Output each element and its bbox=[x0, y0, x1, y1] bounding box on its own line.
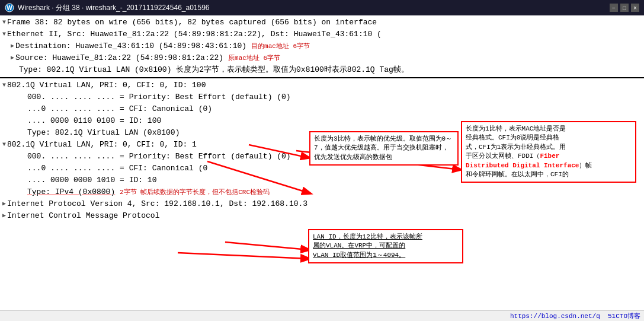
packet-line-line6[interactable]: ▼802.1Q Virtual LAN, PRI: 0, CFI: 0, ID:… bbox=[0, 80, 644, 91]
status-url: https://blog.csdn.net/q bbox=[510, 313, 600, 320]
svg-line-6 bbox=[178, 253, 309, 259]
annotation-text: 目的mac地址 6字节 bbox=[251, 43, 310, 50]
line-text: Internet Control Message Protocol bbox=[7, 211, 159, 221]
underline-annotation: 2字节 帧后续数据的字节长度，但不包括CRC检验码 bbox=[120, 189, 270, 196]
svg-line-5 bbox=[225, 242, 309, 250]
expand-icon[interactable]: ▼ bbox=[2, 80, 6, 91]
line-text: ...0 .... .... .... = CFI: Canonical (0) bbox=[27, 104, 212, 115]
status-watermark: 51CTO博客 bbox=[608, 312, 640, 320]
annotation-box-cfi: 长度为1比特，表示MAC地址是否是经典格式。CFI为0说明是经典格式，CFI为1… bbox=[461, 121, 636, 183]
wireshark-icon: W bbox=[5, 3, 14, 12]
titlebar-controls[interactable]: − □ × bbox=[610, 4, 639, 12]
titlebar-left: W Wireshark · 分组 38 · wireshark_-_201711… bbox=[5, 3, 210, 13]
expand-icon[interactable]: ▶ bbox=[2, 211, 6, 221]
close-button[interactable]: × bbox=[631, 4, 639, 12]
line-text: .... 0000 0110 0100 = ID: 100 bbox=[27, 116, 161, 126]
expand-icon[interactable]: ▼ bbox=[2, 29, 6, 40]
fddi-text: FiberDistributed Digital Interface bbox=[466, 152, 579, 169]
statusbar: https://blog.csdn.net/q 51CTO博客 bbox=[0, 310, 644, 321]
minimize-button[interactable]: − bbox=[610, 4, 618, 12]
line-text: Type: IPv4 (0x0800) 2字节 帧后续数据的字节长度，但不包括C… bbox=[27, 187, 270, 198]
annotation-box-priority: 长度为3比特，表示帧的优先级。取值范围为0～7，值越大优先级越高。用于当交换机阻… bbox=[309, 131, 459, 166]
line-text: Frame 38: 82 bytes on wire (656 bits), 8… bbox=[7, 17, 377, 28]
packet-line-line5[interactable]: Type: 802.1Q Virtual LAN (0x8100) 长度为2字节… bbox=[0, 64, 644, 76]
expand-icon[interactable]: ▼ bbox=[2, 139, 6, 150]
annotation-box-vlanid: LAN ID，长度为12比特，表示该帧所属的VLAN。在VRP中，可配置的VLA… bbox=[308, 229, 463, 263]
packet-line-line8[interactable]: ...0 .... .... .... = CFI: Canonical (0) bbox=[0, 103, 644, 115]
line-text: Internet Protocol Version 4, Src: 192.16… bbox=[7, 199, 307, 209]
underline-text: Type: IPv4 (0x0800) bbox=[27, 187, 115, 196]
packet-line-line16[interactable]: ▶Internet Protocol Version 4, Src: 192.1… bbox=[0, 198, 644, 210]
line-text: 000. .... .... .... = Priority: Best Eff… bbox=[27, 151, 291, 162]
line-text: Type: 802.1Q Virtual LAN (0x8100) bbox=[27, 128, 180, 138]
line-text: 000. .... .... .... = Priority: Best Eff… bbox=[27, 92, 291, 103]
expand-icon[interactable]: ▶ bbox=[2, 199, 6, 209]
line-text: Source: HuaweiTe_81:2a:22 (54:89:98:81:2… bbox=[15, 53, 280, 63]
maximize-button[interactable]: □ bbox=[620, 4, 629, 12]
line-text: Ethernet II, Src: HuaweiTe_81:2a:22 (54:… bbox=[7, 29, 382, 40]
titlebar: W Wireshark · 分组 38 · wireshark_-_201711… bbox=[0, 0, 644, 15]
line-text: .... 0000 0000 1010 = ID: 10 bbox=[27, 175, 156, 186]
packet-line-line15[interactable]: Type: IPv4 (0x0800) 2字节 帧后续数据的字节长度，但不包括C… bbox=[0, 186, 644, 198]
line-text: Destination: HuaweiTe_43:61:10 (54:89:98… bbox=[15, 41, 310, 52]
packet-line-line3[interactable]: ▶Destination: HuaweiTe_43:61:10 (54:89:9… bbox=[0, 40, 644, 52]
packet-detail-content: ▼Frame 38: 82 bytes on wire (656 bits), … bbox=[0, 15, 644, 321]
svg-text:W: W bbox=[7, 5, 12, 11]
line-text: ...0 .... .... .... = CFI: Canonical (0 bbox=[27, 163, 207, 174]
packet-line-line4[interactable]: ▶Source: HuaweiTe_81:2a:22 (54:89:98:81:… bbox=[0, 52, 644, 64]
packet-line-line2[interactable]: ▼Ethernet II, Src: HuaweiTe_81:2a:22 (54… bbox=[0, 28, 644, 40]
titlebar-title: Wireshark · 分组 38 · wireshark_-_20171119… bbox=[18, 3, 210, 13]
line-text: Type: 802.1Q Virtual LAN (0x8100) 长度为2字节… bbox=[19, 65, 409, 75]
expand-icon[interactable]: ▶ bbox=[11, 41, 14, 52]
line-text: 802.1Q Virtual LAN, PRI: 0, CFI: 0, ID: … bbox=[7, 80, 206, 91]
packet-line-line1[interactable]: ▼Frame 38: 82 bytes on wire (656 bits), … bbox=[0, 17, 644, 28]
packet-line-line7[interactable]: 000. .... .... .... = Priority: Best Eff… bbox=[0, 91, 644, 103]
annotation-text: 原mac地址 6字节 bbox=[228, 55, 280, 62]
expand-icon[interactable]: ▼ bbox=[2, 17, 6, 28]
packet-line-line17[interactable]: ▶Internet Control Message Protocol bbox=[0, 210, 644, 222]
expand-icon[interactable]: ▶ bbox=[11, 53, 14, 63]
line-text: 802.1Q Virtual LAN, PRI: 0, CFI: 0, ID: … bbox=[7, 139, 197, 150]
